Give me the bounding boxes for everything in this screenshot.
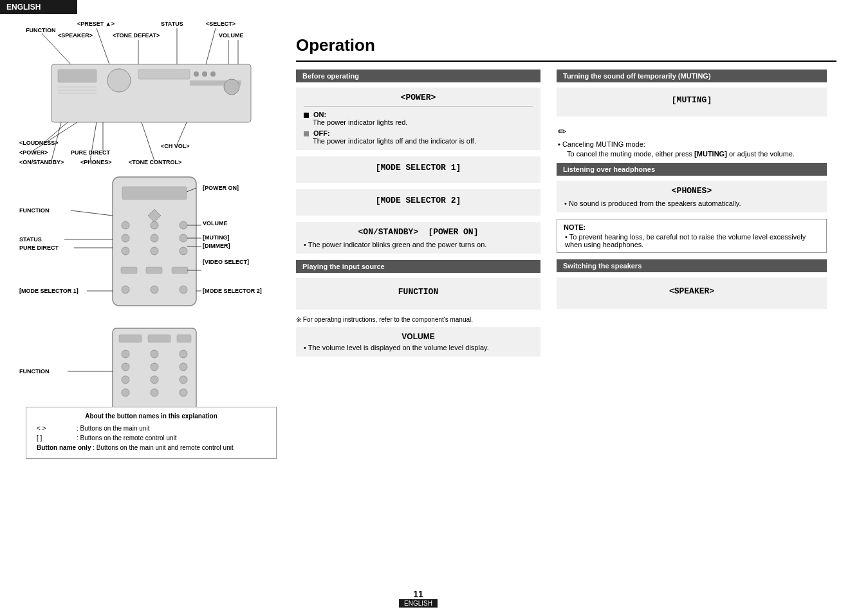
svg-text:<TONE DEFEAT>: <TONE DEFEAT> [113, 32, 160, 39]
svg-point-56 [151, 286, 158, 293]
black-square-on [304, 113, 309, 118]
svg-text:[VIDEO SELECT]: [VIDEO SELECT] [203, 259, 249, 265]
svg-point-49 [122, 247, 129, 255]
headphones-header: Listening over headphones [557, 163, 827, 176]
svg-point-19 [202, 71, 207, 77]
page-num-text: 11 [399, 589, 438, 599]
svg-text:VOLUME: VOLUME [219, 32, 244, 39]
about-row-1: < > : Buttons on the main unit [35, 424, 267, 433]
on-standby-box: <ON/STANDBY> [POWER ON] • The power indi… [296, 222, 540, 254]
svg-point-93 [180, 389, 187, 396]
note-title: NOTE: [564, 223, 820, 231]
svg-text:<SPEAKER>: <SPEAKER> [58, 32, 93, 39]
svg-text:STATUS: STATUS [161, 21, 183, 27]
mode-selector-1-title: [MODE SELECTOR 1] [302, 163, 534, 172]
left-col: Before operating <POWER> ON: The power i… [296, 70, 540, 363]
svg-text:PURE DIRECT: PURE DIRECT [19, 245, 59, 251]
svg-text:PURE DIRECT: PURE DIRECT [71, 149, 111, 156]
svg-point-50 [151, 247, 158, 255]
about-row-3-text: Button name only : Buttons on the main u… [35, 443, 267, 452]
svg-line-39 [142, 122, 154, 161]
about-sym-1: < > [35, 424, 74, 433]
svg-line-36 [177, 122, 187, 145]
svg-point-48 [180, 234, 187, 242]
playing-input-header: Playing the input source [296, 260, 540, 273]
svg-text:[DIMMER]: [DIMMER] [203, 243, 230, 249]
svg-rect-41 [122, 187, 187, 200]
svg-point-90 [180, 376, 187, 384]
muting-note2: To cancel the muting mode, either press … [558, 150, 826, 158]
speakers-box: <SPEAKER> [557, 277, 827, 309]
on-standby-title1: <ON/STANDBY> [358, 227, 419, 237]
about-title: About the button names in this explanati… [34, 413, 268, 420]
svg-point-84 [180, 350, 187, 358]
on-standby-bullet: • The power indicator blinks green and t… [304, 241, 533, 248]
svg-rect-81 [177, 335, 191, 342]
svg-point-22 [224, 79, 239, 95]
svg-rect-15 [58, 70, 97, 82]
svg-point-43 [122, 221, 129, 229]
svg-text:[MODE SELECTOR 1]: [MODE SELECTOR 1] [19, 288, 78, 294]
svg-point-89 [151, 376, 158, 384]
about-sym-2: [ ] [35, 434, 74, 442]
gray-square-off [304, 131, 309, 136]
pencil-icon: ✏ [558, 126, 826, 138]
about-label-2: : Buttons on the remote control unit [75, 434, 267, 442]
about-suffix: Buttons on the main unit and remote cont… [97, 444, 234, 451]
svg-point-47 [151, 234, 158, 242]
svg-text:<CH VOL>: <CH VOL> [161, 143, 190, 149]
svg-point-45 [180, 221, 187, 229]
phones-bullet: • No sound is produced from the speakers… [564, 200, 819, 207]
function-box: FUNCTION [296, 278, 540, 310]
on-standby-title2: [POWER ON] [428, 227, 478, 237]
mode-selector-1-box: [MODE SELECTOR 1] [296, 156, 540, 183]
before-operating-header: Before operating [296, 70, 540, 82]
svg-point-46 [122, 234, 129, 242]
muting-notes: ✏ • Canceling MUTING mode: To cancel the… [557, 123, 827, 163]
svg-point-82 [122, 350, 129, 358]
svg-rect-53 [146, 267, 162, 274]
svg-point-88 [122, 376, 129, 384]
svg-line-33 [45, 122, 68, 142]
svg-point-85 [122, 363, 129, 371]
svg-line-11 [206, 28, 216, 64]
main-content: Operation Before operating <POWER> ON: T… [296, 35, 836, 363]
svg-point-91 [122, 389, 129, 396]
svg-point-51 [180, 247, 187, 255]
page-lang: ENGLISH [399, 599, 438, 608]
svg-text:[POWER ON]: [POWER ON] [203, 185, 239, 191]
svg-point-92 [151, 389, 158, 396]
header-language: ENGLISH [0, 0, 77, 14]
volume-bullet: • The volume level is displayed on the v… [304, 344, 533, 351]
svg-text:FUNCTION: FUNCTION [19, 207, 50, 214]
svg-text:<TONE CONTROL>: <TONE CONTROL> [129, 159, 181, 165]
on-standby-titles: <ON/STANDBY> [POWER ON] [304, 227, 533, 237]
function-title: FUNCTION [305, 287, 531, 297]
svg-text:FUNCTION: FUNCTION [19, 368, 50, 375]
svg-text:FUNCTION: FUNCTION [26, 27, 56, 33]
speaker-title: <SPEAKER> [566, 286, 818, 296]
on-text: The power indicator lights red. [304, 118, 407, 126]
svg-point-57 [180, 286, 187, 293]
svg-point-83 [151, 350, 158, 358]
power-separator [304, 106, 533, 107]
svg-point-20 [210, 71, 216, 77]
power-title: <POWER> [304, 93, 533, 102]
svg-line-61 [71, 210, 113, 216]
muting-note1: • Canceling MUTING mode: [558, 140, 826, 148]
mode-selector-2-box: [MODE SELECTOR 2] [296, 189, 540, 216]
svg-rect-54 [172, 267, 188, 274]
svg-rect-17 [138, 70, 190, 79]
note-text: • To prevent hearing loss, be careful no… [564, 233, 820, 248]
about-row-3: Button name only : Buttons on the main u… [35, 443, 267, 452]
svg-text:<SELECT>: <SELECT> [206, 21, 235, 27]
about-colon: : [91, 444, 96, 451]
off-label: OFF: [313, 129, 330, 137]
svg-rect-79 [119, 335, 142, 342]
off-text: The power indicator lights off and the i… [304, 137, 476, 145]
svg-text:<PHONES>: <PHONES> [80, 159, 112, 165]
phones-title: <PHONES> [564, 186, 819, 196]
muting-bold: [MUTING] [694, 150, 727, 158]
speakers-header: Switching the speakers [557, 259, 827, 272]
two-col-layout: Before operating <POWER> ON: The power i… [296, 70, 836, 363]
